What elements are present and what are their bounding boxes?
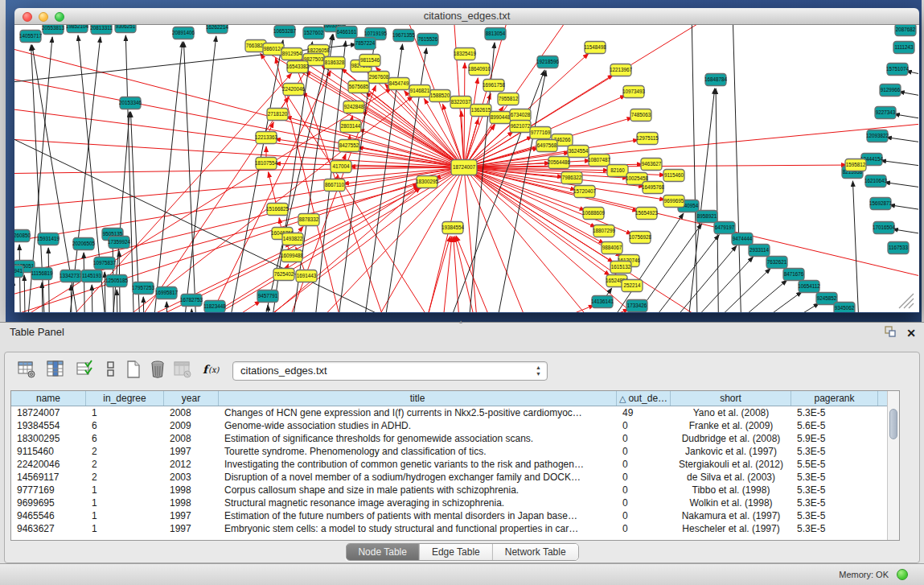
graph-node[interactable]: 8427552: [339, 140, 359, 152]
graph-node[interactable]: 16210643: [864, 175, 888, 187]
graph-node[interactable]: 5675685: [348, 81, 369, 93]
graph-node[interactable]: 6479197: [714, 222, 735, 234]
graph-node[interactable]: 2967608: [368, 72, 389, 84]
graph-node[interactable]: 19218596: [536, 56, 560, 68]
graph-node[interactable]: 9115460: [663, 170, 684, 182]
graph-node[interactable]: 12213967: [610, 64, 633, 76]
table-row[interactable]: 2242004622012Investigating the contribut…: [11, 458, 887, 471]
table-row[interactable]: 911546021997Tourette syndrome. Phenomeno…: [11, 445, 887, 458]
column-header-name[interactable]: name: [11, 391, 86, 406]
graph-node[interactable]: 252214: [622, 280, 643, 292]
graph-node[interactable]: 11548498: [584, 42, 606, 54]
graph-node[interactable]: 8990448: [490, 112, 511, 124]
graph-node[interactable]: 9699695: [663, 196, 684, 208]
graph-node[interactable]: 2087682: [895, 25, 916, 36]
function-builder-button[interactable]: f(x): [200, 359, 226, 381]
graph-node[interactable]: 11156819: [31, 268, 53, 280]
graph-node[interactable]: 8471676: [783, 269, 804, 281]
graph-node[interactable]: 3911941: [14, 266, 23, 278]
tab-edge-table[interactable]: Edge Table: [419, 544, 492, 560]
column-header-title[interactable]: title: [219, 391, 617, 406]
graph-node[interactable]: 15720407: [573, 186, 597, 198]
close-window-icon[interactable]: [23, 12, 32, 22]
graph-node[interactable]: 18300295: [416, 176, 439, 188]
graph-node[interactable]: 20564486: [548, 157, 571, 169]
graph-node[interactable]: 1691443: [296, 270, 317, 282]
graph-node[interactable]: 8958921: [696, 211, 717, 223]
table-settings-button[interactable]: [15, 359, 37, 381]
graph-node[interactable]: 10688609: [582, 208, 606, 220]
graph-node[interactable]: 15692871: [869, 198, 893, 210]
graph-node[interactable]: 8186328: [324, 57, 345, 69]
graph-node[interactable]: 9474444: [732, 233, 753, 245]
graph-node[interactable]: 9306251: [115, 25, 136, 33]
graph-node[interactable]: 15751074: [886, 64, 910, 76]
graph-node[interactable]: 18107554: [255, 158, 278, 170]
graph-node[interactable]: 9146821: [409, 85, 430, 97]
graph-node[interactable]: 18325419: [454, 48, 477, 60]
network-canvas-svg[interactable]: 1872400718300295193845541405571720553813…: [14, 25, 918, 312]
graph-node[interactable]: 18807299: [593, 225, 616, 237]
graph-node[interactable]: 12093822: [866, 130, 889, 142]
graph-node[interactable]: 20891406: [172, 27, 195, 39]
graph-node[interactable]: 9860124: [263, 43, 284, 56]
graph-node[interactable]: 12505185: [105, 275, 129, 287]
table-row[interactable]: 1456911722003Disruption of a novel membe…: [11, 471, 887, 484]
graph-node[interactable]: 10973493: [622, 86, 646, 98]
graph-node[interactable]: 15654923: [635, 208, 659, 220]
graph-node[interactable]: 2718120: [267, 109, 288, 121]
graph-node[interactable]: 16262214: [206, 25, 229, 34]
graph-node[interactable]: 20153346: [119, 97, 142, 109]
graph-node[interactable]: 8667110: [324, 179, 345, 192]
table-row[interactable]: 1938455462009Genome-wide association stu…: [11, 419, 887, 432]
tab-network-table[interactable]: Network Table: [492, 544, 578, 560]
zoom-window-icon[interactable]: [55, 12, 64, 22]
graph-node[interactable]: 17957253: [132, 282, 155, 295]
graph-node[interactable]: 10807487: [588, 154, 611, 167]
canvas-resize-grip[interactable]: [899, 294, 914, 308]
new-table-button[interactable]: [122, 359, 144, 381]
graph-node[interactable]: 1145193: [81, 270, 102, 282]
table-row[interactable]: 969969511998Structural magnetic resonanc…: [11, 496, 887, 509]
network-window[interactable]: citations_edges.txt 18724007183002951938…: [14, 8, 919, 313]
graph-node[interactable]: 7857224: [355, 38, 376, 50]
graph-node[interactable]: 12975115: [636, 133, 659, 145]
graph-node[interactable]: 9777169: [530, 127, 551, 139]
graph-node[interactable]: 2933114: [749, 245, 770, 257]
row-options-button[interactable]: [100, 359, 121, 381]
delete-table-button[interactable]: [146, 359, 168, 381]
graph-node[interactable]: 9345062: [834, 303, 855, 313]
graph-node[interactable]: 7485063: [630, 109, 651, 122]
graph-node[interactable]: 9129966: [880, 84, 901, 97]
graph-node[interactable]: 10654112: [798, 281, 820, 293]
graph-node[interactable]: 8322037: [450, 97, 471, 109]
column-header-outde[interactable]: △out_de…: [617, 391, 671, 406]
graph-node[interactable]: 16543382: [286, 61, 310, 73]
graph-node[interactable]: 6734028: [510, 109, 531, 122]
graph-node[interactable]: 16848784: [704, 74, 728, 86]
graph-node[interactable]: 7615526: [417, 34, 438, 46]
graph-node[interactable]: 1527602: [303, 27, 324, 39]
graph-node[interactable]: 7632621: [766, 257, 787, 269]
graph-node[interactable]: 22420046: [282, 84, 306, 96]
graph-node[interactable]: 1362615: [470, 105, 491, 117]
graph-node[interactable]: 20553813: [42, 25, 65, 35]
column-header-pagerank[interactable]: pagerank: [791, 391, 878, 406]
graph-node[interactable]: 7625402: [273, 269, 294, 281]
table-row[interactable]: 977716911998Corpus callosum shape and si…: [11, 484, 887, 496]
graph-node[interactable]: 1167533: [888, 242, 909, 254]
graph-node[interactable]: 9463627: [641, 159, 662, 171]
graph-node[interactable]: 9457791: [257, 290, 278, 303]
graph-node[interactable]: 6497568: [536, 140, 557, 152]
graph-node[interactable]: 9621072: [510, 121, 531, 133]
graph-node[interactable]: 14136141: [591, 296, 614, 308]
tab-node-table[interactable]: Node Table: [346, 544, 419, 560]
combobox-stepper-icon[interactable]: ▲▼: [536, 365, 541, 377]
table-row[interactable]: 1872400712008Changes of HCN gene express…: [11, 406, 887, 419]
graph-node[interactable]: 16995817: [155, 287, 179, 299]
graph-node[interactable]: 1615132: [610, 262, 631, 274]
column-header-indegree[interactable]: in_degree: [86, 391, 164, 406]
graph-node[interactable]: 17016504: [873, 222, 896, 234]
graph-node[interactable]: 417004: [331, 161, 351, 173]
graph-node[interactable]: 9811546: [359, 55, 380, 67]
